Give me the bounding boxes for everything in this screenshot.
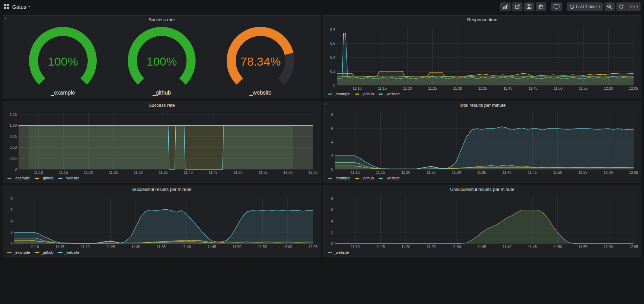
svg-text:12:05: 12:05 — [308, 245, 317, 249]
add-panel-button[interactable] — [500, 2, 511, 11]
svg-text:11:20: 11:20 — [401, 170, 410, 175]
refresh-interval-picker[interactable]: 1m ▾ — [627, 2, 641, 11]
legend-series-swatch — [379, 94, 383, 95]
svg-text:78.34%: 78.34% — [240, 55, 280, 68]
success-rate-chart[interactable]: 11:1011:1511:2011:2511:3011:3511:4011:45… — [5, 110, 319, 175]
svg-text:0.75: 0.75 — [10, 134, 17, 139]
svg-text:11:40: 11:40 — [182, 245, 191, 249]
clock-icon — [570, 5, 574, 9]
svg-text:0: 0 — [15, 167, 17, 171]
chevron-down-icon: ▾ — [599, 5, 600, 8]
svg-text:0.2: 0.2 — [330, 69, 335, 73]
svg-text:11:55: 11:55 — [578, 170, 587, 175]
panel-info-icon[interactable]: i — [5, 16, 6, 20]
time-range-picker[interactable]: Last 1 hour ▾ — [567, 2, 603, 11]
panel-total-results: i Total results per minute 11:1011:1511:… — [323, 101, 642, 183]
time-range-label: Last 1 hour — [576, 4, 597, 9]
svg-text:2: 2 — [10, 230, 13, 234]
gauge-arc: 100% — [120, 27, 204, 89]
svg-text:11:45: 11:45 — [208, 170, 218, 175]
legend-series-label: _website — [334, 250, 349, 254]
legend-item-example[interactable]: _example — [328, 92, 351, 96]
legend-item-example[interactable]: _example — [7, 250, 30, 254]
legend-item-github[interactable]: _github — [35, 176, 53, 180]
svg-text:2: 2 — [331, 230, 333, 234]
dashboard-grid-icon[interactable] — [3, 4, 9, 9]
svg-text:11:45: 11:45 — [528, 86, 537, 90]
panel-title[interactable]: Unsuccessful results per minute — [324, 185, 641, 194]
dashboard-title-dropdown[interactable]: Gatus ▾ — [12, 4, 30, 10]
svg-text:11:30: 11:30 — [131, 245, 140, 249]
panel-title[interactable]: Successful results per minute — [3, 185, 321, 194]
legend-item-github[interactable]: _github — [355, 176, 374, 180]
legend-item-website[interactable]: _website — [58, 250, 79, 254]
svg-text:11:35: 11:35 — [157, 245, 166, 249]
gear-icon — [538, 4, 543, 9]
svg-text:11:35: 11:35 — [477, 170, 486, 175]
svg-text:11:55: 11:55 — [258, 245, 267, 249]
panel-title[interactable]: Success rate — [3, 101, 321, 110]
legend-series-label: _github — [41, 250, 53, 254]
dashboard-grid: i Success rate 100% _example 100% _githu… — [0, 13, 644, 259]
legend-item-website[interactable]: _website — [58, 176, 79, 180]
chart-svg: 11:1011:1511:2011:2511:3011:3511:4011:45… — [5, 194, 319, 250]
legend-item-github[interactable]: _github — [35, 250, 53, 254]
refresh-dashboard-button[interactable] — [616, 2, 626, 11]
chart-legend: _example_github_website — [324, 91, 641, 98]
legend-series-swatch — [35, 178, 39, 179]
legend-series-swatch — [328, 178, 332, 179]
svg-text:11:35: 11:35 — [159, 170, 168, 175]
save-icon — [527, 4, 532, 9]
gauge-arc: 78.34% — [219, 27, 302, 89]
response-time-chart[interactable]: 11:1011:1511:2011:2511:3011:3511:4011:45… — [326, 24, 639, 91]
legend-item-github[interactable]: _github — [355, 92, 374, 96]
panel-title[interactable]: Total results per minute — [324, 101, 641, 110]
svg-text:11:30: 11:30 — [134, 170, 143, 175]
chart-svg: 11:1011:1511:2011:2511:3011:3511:4011:45… — [326, 110, 639, 175]
legend-item-example[interactable]: _example — [7, 176, 30, 180]
svg-text:11:15: 11:15 — [376, 245, 385, 249]
svg-text:11:10: 11:10 — [30, 245, 39, 249]
svg-text:11:30: 11:30 — [452, 170, 461, 175]
legend-series-label: _website — [64, 250, 79, 254]
cycle-view-mode-button[interactable] — [551, 2, 562, 11]
zoom-out-icon — [607, 4, 612, 9]
svg-text:11:20: 11:20 — [81, 245, 90, 249]
svg-text:11:30: 11:30 — [452, 245, 461, 249]
svg-text:8: 8 — [331, 113, 333, 117]
panel-title[interactable]: Success rate — [3, 16, 321, 24]
svg-text:11:15: 11:15 — [378, 86, 387, 90]
unsuccessful-results-chart[interactable]: 11:1011:1511:2011:2511:3011:3511:4011:45… — [326, 194, 639, 250]
chart-legend: _example_github_website — [3, 250, 321, 257]
svg-text:8: 8 — [331, 197, 333, 201]
save-dashboard-button[interactable] — [524, 2, 534, 11]
svg-text:11:35: 11:35 — [478, 86, 487, 90]
legend-item-website[interactable]: _website — [379, 176, 400, 180]
dashboard-settings-button[interactable] — [536, 2, 546, 11]
svg-text:11:50: 11:50 — [233, 245, 242, 249]
svg-text:12:00: 12:00 — [283, 170, 292, 175]
legend-item-website[interactable]: _website — [379, 92, 400, 96]
svg-text:6: 6 — [10, 208, 13, 212]
svg-text:11:45: 11:45 — [528, 245, 537, 249]
dashboard-title: Gatus — [12, 4, 26, 10]
svg-text:4: 4 — [331, 140, 333, 144]
refresh-icon — [619, 4, 624, 9]
svg-text:12:00: 12:00 — [603, 86, 613, 90]
legend-item-website[interactable]: _website — [328, 250, 349, 254]
svg-text:11:15: 11:15 — [56, 245, 65, 249]
svg-text:11:30: 11:30 — [453, 86, 462, 90]
legend-series-label: _github — [41, 176, 53, 180]
legend-series-label: _example — [334, 176, 351, 180]
successful-results-chart[interactable]: 11:1011:1511:2011:2511:3011:3511:4011:45… — [5, 194, 319, 250]
panel-title[interactable]: Response time — [324, 16, 641, 24]
legend-item-example[interactable]: _example — [328, 176, 351, 180]
share-dashboard-button[interactable] — [512, 2, 522, 11]
svg-text:8: 8 — [10, 197, 13, 201]
total-results-chart[interactable]: 11:1011:1511:2011:2511:3011:3511:4011:45… — [326, 110, 639, 175]
svg-text:11:50: 11:50 — [553, 245, 562, 249]
panel-success-rate-series: Success rate 11:1011:1511:2011:2511:3011… — [3, 101, 321, 183]
panel-info-icon[interactable]: i — [325, 102, 327, 106]
chevron-down-icon: ▾ — [636, 5, 638, 8]
zoom-out-time-button[interactable] — [605, 2, 615, 11]
